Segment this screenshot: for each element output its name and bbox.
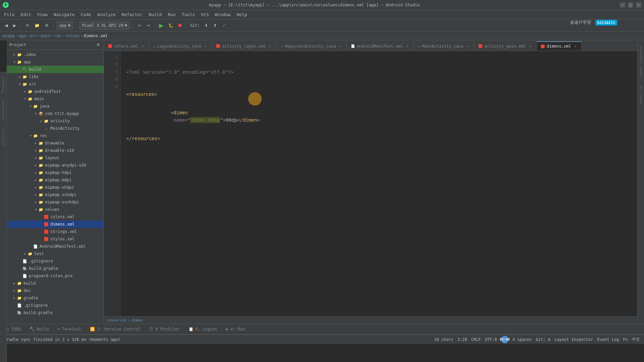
menu-window[interactable]: Window [212,11,233,18]
structure-tool-window-label[interactable]: Structure [1,98,5,123]
tree-item-mipmap-mdpi[interactable]: ▶ 📁 mipmap-mdpi [7,176,104,184]
tab-close-androidmanifest[interactable]: ✕ [405,44,410,49]
menu-run[interactable]: Run [165,11,178,18]
tree-item-values[interactable]: ▼ 📁 values [7,206,104,213]
menu-view[interactable]: View [35,11,50,18]
tab-androidmanifest[interactable]: 📄 AndroidManifest.xml ✕ [347,41,414,51]
tree-item-gradle[interactable]: ▶ 📁 gradle [7,294,104,302]
tree-item-test[interactable]: ▶ 📁 test [7,250,104,257]
tree-item-androidmanifest[interactable]: 📄 AndroidManifest.xml [7,243,104,250]
bottom-tab-logcat[interactable]: 📋 6: Logcat [184,325,221,334]
tree-item-drawable-v24[interactable]: ▶ 📁 drawable-v24 [7,147,104,154]
editor-breadcrumb-resources[interactable]: resources [107,318,127,322]
tree-item-activity[interactable]: ▶ 📁 activity [7,117,104,125]
tree-item-mainactivity[interactable]: ☕ MainActivity [7,125,104,132]
tree-item-buildgradle-app[interactable]: 🐘 build.gradle [7,265,104,272]
git-push-button[interactable]: ⬆ [211,21,219,30]
tab-close-colors[interactable]: ✕ [140,44,145,49]
tab-dimens-xml[interactable]: 🟥 dimens.xml ✕ [537,41,582,51]
tree-item-buildgradle-root[interactable]: 🐘 build.gradle [7,309,104,316]
tree-item-androidtest[interactable]: ▶ 📁 androidTest [7,88,104,95]
run-button[interactable]: ▶ [158,22,165,29]
tree-item-mipmap-anydpi[interactable]: ▶ 📁 mipmap-anydpi-v26 [7,162,104,169]
tree-item-mipmap-hdpi[interactable]: ▶ 📁 mipmap-hdpi [7,169,104,176]
bottom-tab-vcs[interactable]: 🔀 2: Version Control [86,325,145,334]
tab-mainactivity[interactable]: ☕ MainActivity.java ✕ [414,41,474,51]
toolbar-back-button[interactable]: ◀ [3,21,10,30]
tree-item-layout[interactable]: ▶ 📁 layout [7,154,104,162]
menu-build[interactable]: Build [146,11,164,18]
menu-code[interactable]: Code [78,11,94,18]
tree-item-res[interactable]: ▼ 📁 res [7,132,104,139]
project-settings-button[interactable]: ⚙ [96,41,101,49]
tree-item-mipmap-xxxhdpi[interactable]: ▶ 📁 mipmap-xxxhdpi [7,198,104,206]
code-editor[interactable]: <?xml version="1.0" encoding="utf-8"?> <… [121,51,637,316]
status-position[interactable]: 3:28 [458,337,467,342]
tab-close-activity-login[interactable]: ✕ [268,44,272,49]
tree-item-styles-xml[interactable]: 🟥 styles.xml [7,235,104,243]
breadcrumb-src[interactable]: src [30,34,37,38]
status-git[interactable]: Git: m [536,337,550,342]
tree-item-colors-xml[interactable]: 🟥 colors.xml [7,213,104,221]
status-gradle-message[interactable]: Gradle sync finished in 2 s 326 ms (mome… [4,337,120,342]
git-commit-button[interactable]: ✓ [220,21,228,30]
toolbar-undo-button[interactable]: ↩ [136,21,143,30]
bottom-tab-run[interactable]: ▶ 4: Run [222,325,249,334]
tab-activity-login-xml[interactable]: 🟥 activity_login.xml ✕ [212,41,277,51]
tab-close-activity-main[interactable]: ✕ [528,44,532,49]
status-fn[interactable]: Fn [623,337,628,342]
tree-item-proguard[interactable]: 📄 proguard-rules.pro [7,272,104,280]
menu-file[interactable]: File [1,11,17,18]
status-line-ending[interactable]: CRLF [471,337,481,342]
tree-item-idea[interactable]: ▶ 📁 .idea [7,51,104,58]
event-log-status[interactable]: Event Log [597,337,619,342]
maximize-button[interactable]: □ [628,2,633,8]
tree-item-dimens-xml[interactable]: 🟥 dimens.xml [7,221,104,228]
breadcrumb-main[interactable]: main [41,34,50,38]
tree-item-package[interactable]: ▼ 📦 com.ttit.myapp [7,110,104,117]
toolbar-project-structure-button[interactable]: 📁 [33,21,42,30]
menu-analyze[interactable]: Analyze [95,11,118,18]
app-config-dropdown[interactable]: app ▼ [56,21,73,30]
menu-help[interactable]: Help [234,11,250,18]
bottom-tab-terminal[interactable]: ⌨ Terminal [53,325,85,334]
minimize-button[interactable]: ─ [620,2,625,8]
debug-button[interactable]: 🐛 [166,21,175,30]
toolbar-settings-button[interactable]: ⚙ [43,21,51,30]
tree-item-build-root[interactable]: ▶ 📁 build [7,280,104,287]
editor-breadcrumb-dimen[interactable]: dimen [131,318,143,322]
breadcrumb-app[interactable]: app [18,34,26,38]
tab-registeractivity[interactable]: ☕ RegisterActivity.java ✕ [277,41,347,51]
breadcrumb-dimens[interactable]: dimens.xml [84,34,108,38]
tab-loginactivity[interactable]: ☕ LoginActivity.java ✕ [149,41,212,51]
tree-item-strings-xml[interactable]: 🟥 strings.xml [7,228,104,235]
tree-item-drawable[interactable]: ▶ 📁 drawable [7,139,104,147]
bottom-tab-profiler[interactable]: ⏱ 0 Profiler [145,325,183,334]
tree-item-build[interactable]: 🔨 build [7,66,104,73]
status-spaces[interactable]: 4 spaces [513,337,532,342]
tree-item-mipmap-xxhdpi[interactable]: ▶ 📁 mipmap-xxhdpi [7,191,104,198]
breadcrumb-values[interactable]: values [65,34,79,38]
stop-button[interactable]: ■ [177,22,183,29]
menu-tools[interactable]: Tools [179,11,198,18]
tab-close-dimens[interactable]: ✕ [573,44,578,49]
menu-navigate[interactable]: Navigate [51,11,77,18]
toolbar-sync-button[interactable]: ⟳ [24,21,31,30]
status-encoding[interactable]: UTF-8 [485,337,497,342]
breadcrumb-myapp[interactable]: myapp [3,34,15,38]
tree-item-libs[interactable]: ▶ 📁 libs [7,73,104,80]
menu-edit[interactable]: Edit [18,11,34,18]
menu-refactor[interactable]: Refactor [119,11,146,18]
project-tool-window-label[interactable]: Project [1,74,5,95]
close-button[interactable]: ✕ [636,2,641,8]
bottom-tab-build[interactable]: 🔨 Build [25,325,53,334]
toolbar-redo-button[interactable]: ↪ [145,21,152,30]
menu-vcs[interactable]: VCS [198,11,211,18]
tree-item-src[interactable]: ▼ 📁 src [7,80,104,88]
device-dropdown[interactable]: Pixel 3 XL API 29 ▼ [79,21,130,30]
layout-inspector-status[interactable]: Layout Inspector [554,337,593,342]
tree-item-mipmap-xhdpi[interactable]: ▶ 📁 mipmap-xhdpi [7,184,104,191]
tab-close-mainactivity[interactable]: ✕ [465,44,470,49]
status-chars[interactable]: 10 chars [434,337,453,342]
tree-item-gitignore-root[interactable]: 📄 .gitignore [7,302,104,309]
